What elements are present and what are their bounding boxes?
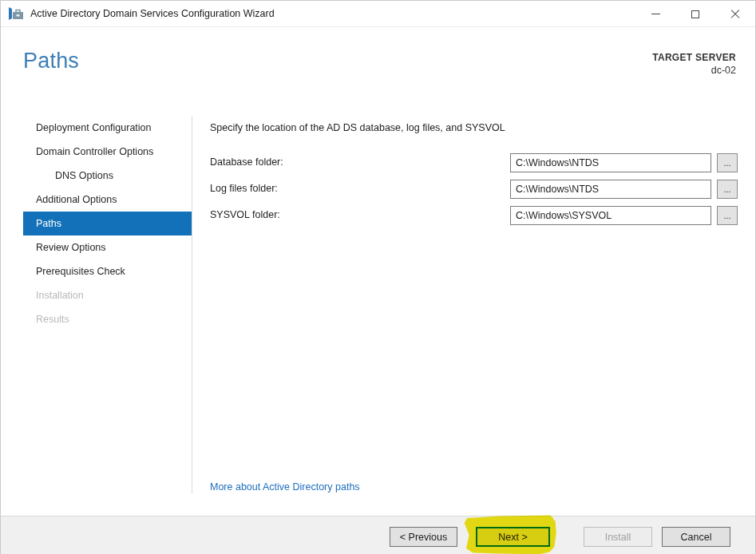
previous-button[interactable]: < Previous	[390, 527, 457, 547]
database-folder-row: Database folder: ...	[210, 153, 738, 172]
next-button[interactable]: Next >	[476, 527, 550, 547]
database-folder-input[interactable]	[510, 153, 711, 172]
log-files-folder-label: Log files folder:	[210, 183, 278, 194]
sidebar-divider	[192, 117, 192, 493]
sidebar-item-review-options[interactable]: Review Options	[23, 235, 192, 259]
wizard-window: Active Directory Domain Services Configu…	[0, 0, 756, 554]
log-files-folder-row: Log files folder: ...	[210, 180, 738, 199]
wizard-step-list: Deployment Configuration Domain Controll…	[23, 116, 192, 331]
sidebar-item-additional-options[interactable]: Additional Options	[23, 188, 192, 212]
cancel-button[interactable]: Cancel	[662, 527, 730, 547]
install-button: Install	[584, 527, 652, 547]
sidebar-item-domain-controller-options[interactable]: Domain Controller Options	[23, 140, 192, 164]
target-server-name: dc-02	[652, 65, 736, 76]
minimize-icon	[651, 14, 660, 14]
log-files-folder-browse-button[interactable]: ...	[717, 180, 738, 199]
sysvol-folder-browse-button[interactable]: ...	[717, 206, 738, 225]
maximize-button[interactable]	[675, 1, 715, 27]
title-bar: Active Directory Domain Services Configu…	[1, 1, 755, 27]
database-folder-label: Database folder:	[210, 156, 283, 168]
sidebar-item-deployment-configuration[interactable]: Deployment Configuration	[23, 116, 192, 140]
sysvol-folder-label: SYSVOL folder:	[210, 209, 280, 220]
page-title: Paths	[23, 49, 79, 73]
sidebar-item-paths[interactable]: Paths	[23, 212, 192, 235]
close-button[interactable]	[715, 1, 755, 27]
close-icon	[730, 10, 740, 19]
footer-bar: < Previous Next > Install Cancel	[1, 516, 755, 554]
database-folder-browse-button[interactable]: ...	[717, 153, 738, 172]
instruction-text: Specify the location of the AD DS databa…	[210, 122, 505, 133]
sysvol-folder-row: SYSVOL folder: ...	[210, 206, 738, 225]
maximize-icon	[691, 10, 699, 18]
sidebar-item-results: Results	[23, 307, 192, 331]
sidebar-item-installation: Installation	[23, 283, 192, 307]
target-server-label: TARGET SERVER	[652, 52, 736, 63]
sidebar-item-dns-options[interactable]: DNS Options	[23, 164, 192, 188]
server-manager-icon	[8, 6, 24, 21]
log-files-folder-input[interactable]	[510, 180, 711, 199]
window-title: Active Directory Domain Services Configu…	[30, 8, 275, 19]
sidebar-item-prerequisites-check[interactable]: Prerequisites Check	[23, 259, 192, 283]
sysvol-folder-input[interactable]	[510, 206, 711, 225]
more-about-paths-link[interactable]: More about Active Directory paths	[210, 481, 360, 493]
minimize-button[interactable]	[635, 1, 675, 27]
target-server-block: TARGET SERVER dc-02	[652, 52, 736, 76]
